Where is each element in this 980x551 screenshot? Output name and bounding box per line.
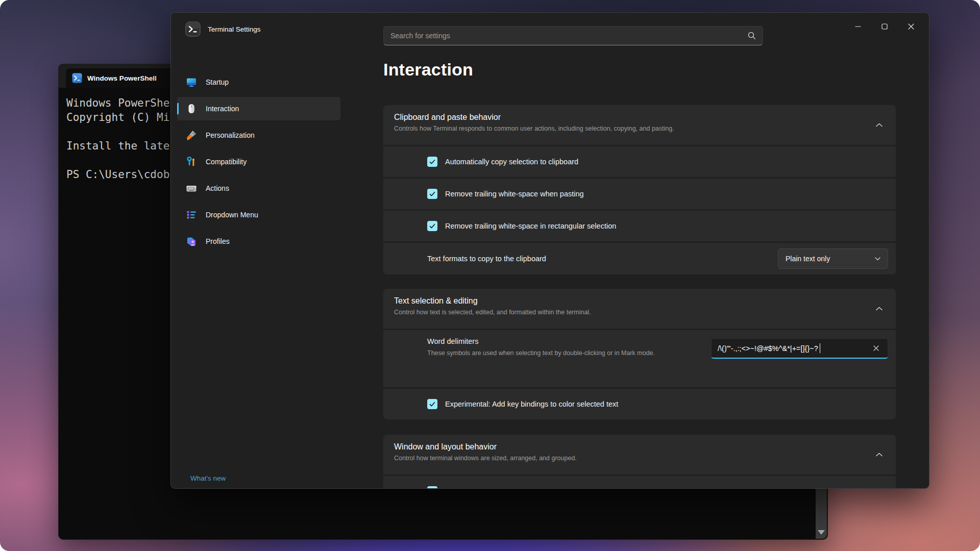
copy-formatting-dropdown[interactable]: Plain text only [778, 248, 888, 269]
checkbox-copy-on-select[interactable] [427, 157, 437, 167]
setting-row-copy-formatting: Text formats to copy to the clipboard Pl… [383, 243, 896, 274]
powershell-icon [72, 73, 82, 83]
terminal-icon [185, 21, 201, 39]
setting-label: Experimental: Add key bindings to color … [445, 400, 618, 408]
chevron-up-icon[interactable] [876, 453, 883, 457]
sidebar-item-personalization[interactable]: Personalization [177, 123, 340, 147]
chevron-up-icon[interactable] [876, 307, 883, 311]
checkbox-trim-paste[interactable] [427, 189, 437, 199]
sidebar-item-actions[interactable]: Actions [177, 177, 340, 200]
expander-header-clipboard[interactable]: Clipboard and paste behavior Controls ho… [383, 105, 896, 145]
whats-new-link[interactable]: What's new [190, 474, 226, 482]
sidebar-item-compatibility[interactable]: Compatibility [177, 150, 340, 173]
sidebar-item-label: Interaction [206, 105, 239, 113]
section-description: Control how text is selected, edited, an… [394, 309, 885, 316]
tools-icon [186, 156, 197, 167]
clear-x-icon[interactable] [869, 342, 883, 355]
section-window-layout: Window and layout behavior Control how t… [383, 435, 896, 489]
sidebar-item-label: Personalization [206, 131, 255, 139]
section-text-selection: Text selection & editing Control how tex… [383, 289, 896, 419]
setting-row-trim-block-selection: Remove trailing white-space in rectangul… [383, 211, 896, 241]
section-title: Text selection & editing [394, 296, 885, 306]
section-title: Window and layout behavior [394, 442, 885, 452]
section-clipboard: Clipboard and paste behavior Controls ho… [383, 105, 896, 274]
expander-header-window-layout[interactable]: Window and layout behavior Control how t… [383, 435, 896, 474]
text-caret [820, 343, 821, 353]
checkbox-color-selection[interactable] [427, 399, 437, 409]
setting-label: Remove trailing white-space when pasting [445, 190, 584, 198]
setting-label: Remove trailing white-space in rectangul… [445, 222, 616, 230]
dropdown-value: Plain text only [786, 255, 830, 263]
profiles-icon [186, 236, 197, 247]
checkbox-snap-to-grid[interactable] [427, 486, 437, 489]
setting-label: Text formats to copy to the clipboard [427, 255, 546, 263]
expander-header-text-selection[interactable]: Text selection & editing Control how tex… [383, 289, 896, 329]
sidebar-item-label: Actions [206, 184, 229, 192]
sidebar-item-dropdown-menu[interactable]: Dropdown Menu [177, 203, 340, 227]
sidebar-item-profiles[interactable]: Profiles [177, 230, 340, 253]
setting-row-color-selection: Experimental: Add key bindings to color … [383, 389, 896, 419]
keyboard-icon [186, 183, 197, 194]
terminal-tab-title: Windows PowerShell [87, 74, 157, 82]
page-title: Interaction [383, 60, 473, 80]
section-description: Controls how Terminal responds to common… [394, 125, 885, 132]
terminal-settings-window: Terminal Settings [170, 12, 929, 489]
window-title: Terminal Settings [208, 26, 261, 33]
setting-row-copy-on-select: Automatically copy selection to clipboar… [383, 146, 896, 177]
chevron-up-icon[interactable] [876, 123, 883, 127]
setting-row-trim-paste: Remove trailing white-space when pasting [383, 179, 896, 209]
desktop-wallpaper: Windows PowerShell Windows PowerShe Copy… [0, 0, 980, 551]
section-title: Clipboard and paste behavior [394, 113, 885, 122]
sidebar-item-label: Dropdown Menu [206, 211, 258, 219]
checkbox-trim-block-selection[interactable] [427, 221, 437, 231]
dropdown-menu-icon [186, 209, 197, 220]
sidebar-item-label: Startup [206, 78, 229, 86]
paintbrush-icon [186, 130, 197, 141]
setting-label: Snap window resizing to character grid [445, 487, 572, 489]
setting-row-word-delimiters: Word delimiters These symbols are used w… [383, 330, 896, 387]
scroll-down-arrow-icon[interactable] [818, 530, 825, 535]
setting-row-snap-to-grid: Snap window resizing to character grid [383, 476, 896, 489]
sidebar-item-label: Profiles [206, 237, 230, 245]
setting-description: These symbols are used when selecting te… [427, 348, 682, 358]
close-icon[interactable] [900, 18, 922, 35]
word-delimiters-value: /\()"'-.,:;<>~!@#$%^&*|+=[]{}~? [718, 344, 818, 353]
mouse-icon [186, 103, 197, 114]
chevron-down-icon [875, 257, 880, 261]
settings-page: Interaction Clipboard and paste behavior… [383, 13, 896, 488]
sidebar-item-startup[interactable]: Startup [177, 70, 340, 94]
section-description: Control how terminal windows are sized, … [394, 455, 885, 462]
sidebar-item-label: Compatibility [206, 158, 247, 166]
setting-label: Automatically copy selection to clipboar… [445, 158, 578, 166]
sidebar-item-interaction[interactable]: Interaction [177, 97, 340, 120]
word-delimiters-input[interactable]: /\()"'-.,:;<>~!@#$%^&*|+=[]{}~? [711, 338, 888, 359]
terminal-output: Windows PowerShe Copyright (C) Mi Instal… [66, 96, 169, 182]
startup-monitor-icon [186, 77, 197, 88]
